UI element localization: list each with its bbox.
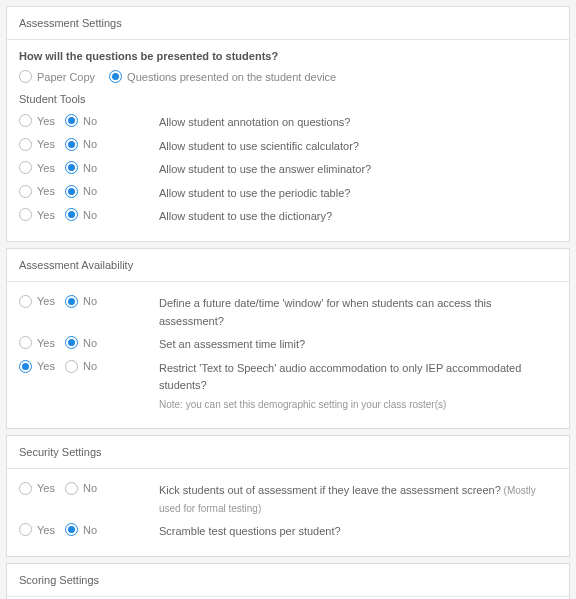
setting-row: YesNoSet an assessment time limit? — [19, 333, 557, 357]
yes-option[interactable]: Yes — [19, 114, 55, 127]
yes-no-group: YesNo — [19, 482, 159, 495]
option-label: Yes — [37, 162, 55, 174]
presentation-question: How will the questions be presented to s… — [19, 50, 557, 62]
yes-no-group: YesNo — [19, 336, 159, 349]
yes-option[interactable]: Yes — [19, 161, 55, 174]
option-label: Yes — [37, 524, 55, 536]
option-label: Yes — [37, 209, 55, 221]
no-option[interactable]: No — [65, 523, 97, 536]
setting-label: Set an assessment time limit? — [159, 336, 557, 354]
setting-label: Define a future date/time 'window' for w… — [159, 295, 557, 330]
option-label: Yes — [37, 337, 55, 349]
presentation-options: Paper Copy Questions presented on the st… — [19, 70, 557, 83]
option-label: Yes — [37, 115, 55, 127]
scoring-settings-header: Scoring Settings — [7, 564, 569, 597]
radio-icon — [19, 482, 32, 495]
radio-icon — [19, 336, 32, 349]
option-label: No — [83, 209, 97, 221]
presentation-device-option[interactable]: Questions presented on the student devic… — [109, 70, 336, 83]
option-label: No — [83, 360, 97, 372]
yes-no-group: YesNo — [19, 114, 159, 127]
no-option[interactable]: No — [65, 295, 97, 308]
option-label: Yes — [37, 138, 55, 150]
option-label: No — [83, 138, 97, 150]
no-option[interactable]: No — [65, 336, 97, 349]
option-label: No — [83, 185, 97, 197]
yes-option[interactable]: Yes — [19, 185, 55, 198]
setting-label: Scramble test questions per student? — [159, 523, 557, 541]
radio-icon — [65, 138, 78, 151]
no-option[interactable]: No — [65, 482, 97, 495]
yes-no-group: YesNo — [19, 138, 159, 151]
option-label: No — [83, 115, 97, 127]
yes-no-group: YesNo — [19, 360, 159, 373]
setting-label: Allow student to use scientific calculat… — [159, 138, 557, 156]
assessment-settings-header: Assessment Settings — [7, 7, 569, 40]
no-option[interactable]: No — [65, 114, 97, 127]
setting-label: Kick students out of assessment if they … — [159, 482, 557, 517]
radio-icon — [19, 295, 32, 308]
no-option[interactable]: No — [65, 138, 97, 151]
option-label: No — [83, 482, 97, 494]
option-label: Questions presented on the student devic… — [127, 71, 336, 83]
yes-option[interactable]: Yes — [19, 295, 55, 308]
setting-row: YesNoRestrict 'Text to Speech' audio acc… — [19, 357, 557, 416]
option-label: Yes — [37, 185, 55, 197]
radio-icon — [65, 360, 78, 373]
yes-no-group: YesNo — [19, 208, 159, 221]
radio-icon — [19, 360, 32, 373]
radio-icon — [19, 70, 32, 83]
option-label: Paper Copy — [37, 71, 95, 83]
scoring-settings-panel: Scoring Settings YesNoShow the student w… — [6, 563, 570, 599]
radio-icon — [65, 482, 78, 495]
option-label: No — [83, 524, 97, 536]
option-label: No — [83, 337, 97, 349]
yes-no-group: YesNo — [19, 523, 159, 536]
assessment-availability-header: Assessment Availability — [7, 249, 569, 282]
radio-icon — [65, 336, 78, 349]
radio-icon — [65, 523, 78, 536]
radio-icon — [19, 523, 32, 536]
setting-row: YesNoAllow student to use the answer eli… — [19, 158, 557, 182]
setting-row: YesNoAllow student annotation on questio… — [19, 111, 557, 135]
radio-icon — [109, 70, 122, 83]
option-label: No — [83, 162, 97, 174]
assessment-availability-panel: Assessment Availability YesNoDefine a fu… — [6, 248, 570, 429]
radio-icon — [19, 185, 32, 198]
setting-row: YesNoScramble test questions per student… — [19, 520, 557, 544]
yes-option[interactable]: Yes — [19, 360, 55, 373]
radio-icon — [19, 114, 32, 127]
option-label: Yes — [37, 482, 55, 494]
setting-label: Restrict 'Text to Speech' audio accommod… — [159, 360, 557, 413]
setting-label: Allow student to use the dictionary? — [159, 208, 557, 226]
radio-icon — [19, 208, 32, 221]
radio-icon — [65, 161, 78, 174]
no-option[interactable]: No — [65, 161, 97, 174]
setting-note: Note: you can set this demographic setti… — [159, 397, 557, 413]
yes-option[interactable]: Yes — [19, 336, 55, 349]
student-tools-heading: Student Tools — [19, 93, 557, 105]
yes-option[interactable]: Yes — [19, 482, 55, 495]
yes-option[interactable]: Yes — [19, 523, 55, 536]
no-option[interactable]: No — [65, 360, 97, 373]
radio-icon — [65, 208, 78, 221]
setting-label: Allow student to use the periodic table? — [159, 185, 557, 203]
no-option[interactable]: No — [65, 208, 97, 221]
no-option[interactable]: No — [65, 185, 97, 198]
setting-label: Allow student annotation on questions? — [159, 114, 557, 132]
radio-icon — [65, 185, 78, 198]
security-settings-panel: Security Settings YesNoKick students out… — [6, 435, 570, 557]
setting-row: YesNoKick students out of assessment if … — [19, 479, 557, 520]
setting-row: YesNoDefine a future date/time 'window' … — [19, 292, 557, 333]
yes-option[interactable]: Yes — [19, 208, 55, 221]
presentation-paper-option[interactable]: Paper Copy — [19, 70, 95, 83]
yes-no-group: YesNo — [19, 161, 159, 174]
radio-icon — [19, 138, 32, 151]
setting-row: YesNoAllow student to use the dictionary… — [19, 205, 557, 229]
option-label: Yes — [37, 295, 55, 307]
setting-label: Allow student to use the answer eliminat… — [159, 161, 557, 179]
setting-row: YesNoAllow student to use the periodic t… — [19, 182, 557, 206]
assessment-settings-panel: Assessment Settings How will the questio… — [6, 6, 570, 242]
yes-no-group: YesNo — [19, 185, 159, 198]
yes-option[interactable]: Yes — [19, 138, 55, 151]
